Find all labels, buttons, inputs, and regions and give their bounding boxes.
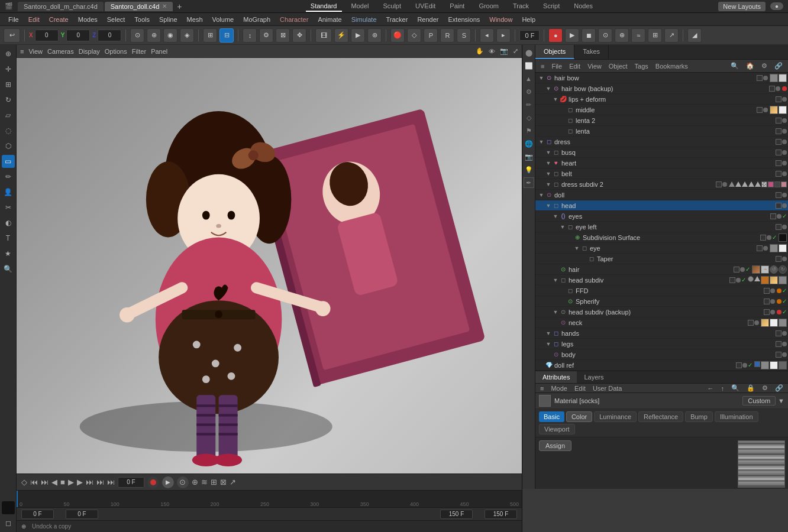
current-frame-input[interactable] xyxy=(66,510,98,519)
video-btn[interactable]: 📷 xyxy=(524,151,534,162)
tab-sculpt[interactable]: Sculpt xyxy=(378,1,406,12)
diamond-btn[interactable]: ◇ xyxy=(524,112,534,123)
sidebar-zoom[interactable]: 🔍 xyxy=(2,262,15,275)
onion-btn[interactable]: ⊕ xyxy=(615,28,629,43)
vp-maximize-icon[interactable]: ⤢ xyxy=(513,47,518,55)
attr-mode[interactable]: Mode xyxy=(548,384,570,392)
frame-counter[interactable]: 0 F xyxy=(118,477,144,488)
tree-row-taper[interactable]: ▷ ◻ Taper xyxy=(535,254,788,264)
vp-eye-icon[interactable]: 👁 xyxy=(489,48,495,55)
expand-doll[interactable]: ▼ xyxy=(538,192,545,199)
expand-dress-subdiv2[interactable]: ▼ xyxy=(545,181,552,188)
sidebar-magnet[interactable]: ◐ xyxy=(2,216,15,229)
tab-nodes[interactable]: Nodes xyxy=(569,1,598,12)
menu-create[interactable]: Create xyxy=(44,15,73,24)
menu-file[interactable]: File xyxy=(4,15,24,24)
tree-row-eye-left[interactable]: ▼ ◻ eye left xyxy=(535,222,788,232)
tab-close-icon[interactable]: ✕ xyxy=(162,3,167,9)
loop-btn[interactable]: ● xyxy=(548,28,563,43)
check-belt[interactable] xyxy=(776,171,781,177)
mat-tab-viewport[interactable]: Viewport xyxy=(539,424,575,434)
tree-row-hands[interactable]: ▼ ◻ hands xyxy=(535,328,788,339)
sidebar-star[interactable]: ★ xyxy=(2,247,15,260)
undo-button[interactable]: ↩ xyxy=(4,28,20,43)
tree-row-spherify[interactable]: ▷ ⊙ Spherify ✓ xyxy=(535,296,788,307)
tab-objects[interactable]: Objects xyxy=(535,45,574,59)
attr-lock-icon[interactable]: 🔒 xyxy=(744,384,757,392)
tree-row-lips[interactable]: ▼ 💋 lips + deform xyxy=(535,94,788,105)
expand-head[interactable]: ▼ xyxy=(545,202,552,209)
check-spherify[interactable] xyxy=(764,299,770,304)
tree-row-head-subdiv[interactable]: ▼ ◻ head subdiv ✓ xyxy=(535,275,788,286)
render-settings-btn[interactable]: ⚡ xyxy=(334,28,348,43)
end-frame-input[interactable] xyxy=(440,510,473,519)
tl-icon3[interactable]: ↗ xyxy=(230,478,236,486)
tab-add-icon[interactable]: + xyxy=(174,2,185,11)
attr-userdata[interactable]: User Data xyxy=(590,384,625,392)
attr-edit[interactable]: Edit xyxy=(572,384,588,392)
sync-btn[interactable]: ⊙ xyxy=(598,28,612,43)
loop-btn2[interactable]: ⊕ xyxy=(192,478,198,486)
record-btn[interactable]: 🔴 xyxy=(390,28,405,43)
flag-btn[interactable]: ⚑ xyxy=(524,125,534,136)
tree-row-heart[interactable]: ▼ ♥ heart xyxy=(535,158,788,168)
tree-row-lenta[interactable]: ▷ ◻ lenta xyxy=(535,126,788,137)
check-busq[interactable] xyxy=(776,150,781,155)
attr-menu-icon[interactable]: ≡ xyxy=(538,384,546,392)
menu-edit[interactable]: Edit xyxy=(24,15,44,24)
expand-legs[interactable]: ▼ xyxy=(545,340,552,348)
obj-search-icon[interactable]: 🔍 xyxy=(728,61,742,70)
attr-back-icon[interactable]: ← xyxy=(705,384,716,392)
sidebar-poly[interactable]: ▱ xyxy=(2,109,15,122)
check-subdiv-surf[interactable] xyxy=(760,235,766,241)
menu-mesh[interactable]: Mesh xyxy=(182,15,208,24)
obj-view[interactable]: View xyxy=(584,62,605,70)
film-btn[interactable]: 🎞 xyxy=(315,28,332,43)
vp-cameras[interactable]: Cameras xyxy=(47,48,74,55)
check-lenta[interactable] xyxy=(776,128,781,134)
check-hair[interactable] xyxy=(734,267,739,273)
rotate-point-btn[interactable]: ⊙ xyxy=(130,28,144,43)
menu-character[interactable]: Character xyxy=(275,15,313,24)
check-doll[interactable] xyxy=(776,192,781,198)
menu-tracker[interactable]: Tracker xyxy=(382,15,413,24)
check-head-subdiv[interactable] xyxy=(729,277,735,283)
tab-groom[interactable]: Groom xyxy=(474,1,503,12)
play-btn2[interactable]: ▶ xyxy=(68,478,74,486)
menu-volume[interactable]: Volume xyxy=(208,15,239,24)
tree-row-doll[interactable]: ▼ ⊙ doll xyxy=(535,190,788,200)
prev-end-btn[interactable]: ⏮ xyxy=(30,478,38,486)
tree-row-hair-bow-backup[interactable]: ▼ ⊙ hair bow (backup) xyxy=(535,83,788,94)
tab-standard[interactable]: Standard xyxy=(306,1,342,12)
pos-btn[interactable]: P xyxy=(424,28,438,43)
record-dot[interactable] xyxy=(147,476,159,488)
mat-tab-basic[interactable]: Basic xyxy=(539,411,564,422)
tree-row-belt[interactable]: ▼ ◻ belt xyxy=(535,168,788,179)
magnet-btn[interactable]: ◈ xyxy=(180,28,194,43)
obj-home-icon[interactable]: 🏠 xyxy=(743,61,757,70)
expand-heart[interactable]: ▼ xyxy=(545,160,552,167)
tree-row-legs[interactable]: ▼ ◻ legs xyxy=(535,339,788,349)
scl-btn[interactable]: S xyxy=(457,28,471,43)
expand-belt[interactable]: ▼ xyxy=(545,170,552,177)
obj-menu-icon[interactable]: ≡ xyxy=(538,62,547,70)
tab-uvedit[interactable]: UVEdit xyxy=(411,1,440,12)
undock-icon[interactable]: ⊕ xyxy=(21,523,26,530)
tree-row-eye[interactable]: ▼ ◻ eye xyxy=(535,243,788,254)
tl-icon1[interactable]: ⊞ xyxy=(211,478,217,486)
mat-tab-illumination[interactable]: Illumination xyxy=(715,411,758,422)
prev-key-btn[interactable]: ⏭ xyxy=(41,478,49,486)
menu-help[interactable]: Help xyxy=(517,15,540,24)
active-tool-btn[interactable]: ⊟ xyxy=(219,28,234,43)
next-key-btn[interactable]: ⏭ xyxy=(86,478,93,486)
sidebar-paint[interactable]: ✏ xyxy=(2,170,15,183)
check-eye-left[interactable] xyxy=(776,224,781,230)
tree-row-ffd[interactable]: ▷ ◻ FFD ✓ xyxy=(535,286,788,296)
obj-edit[interactable]: Edit xyxy=(566,62,583,70)
rotate-btn[interactable]: ⚙ xyxy=(259,28,273,43)
gear-btn[interactable]: ⚙ xyxy=(524,86,534,97)
paint-edge-btn[interactable]: ✒ xyxy=(524,177,534,188)
total-frame-input[interactable] xyxy=(485,510,517,519)
check-heart[interactable] xyxy=(776,160,781,166)
mat-tab-color[interactable]: Color xyxy=(566,411,592,422)
